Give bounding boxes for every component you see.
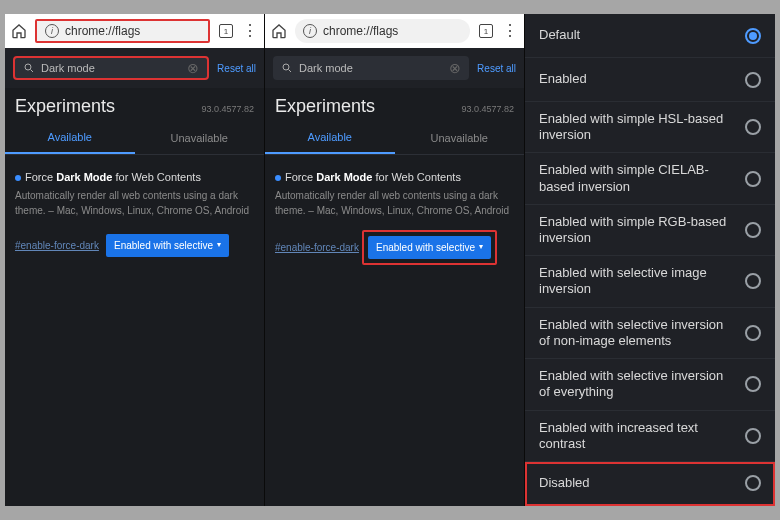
radio-icon[interactable] — [745, 222, 761, 238]
feature-select-wrap: Enabled with selective ▾ — [362, 230, 497, 265]
option-label: Enabled with simple RGB-based inversion — [539, 214, 745, 247]
panel-2: i chrome://flags 1 ⋮ Dark mode ⊗ Reset a… — [265, 14, 525, 506]
feature-select[interactable]: Enabled with selective ▾ — [106, 234, 229, 257]
panel-1: i chrome://flags 1 ⋮ Dark mode ⊗ Reset a… — [5, 14, 265, 506]
address-bar: i chrome://flags 1 ⋮ — [5, 14, 264, 48]
status-dot-icon — [275, 175, 281, 181]
option-row[interactable]: Enabled with selective inversion of ever… — [525, 359, 775, 410]
radio-icon[interactable] — [745, 28, 761, 44]
radio-icon[interactable] — [745, 376, 761, 392]
clear-search-icon[interactable]: ⊗ — [449, 60, 461, 76]
option-row[interactable]: Enabled with simple CIELAB-based inversi… — [525, 153, 775, 204]
search-icon — [23, 62, 35, 74]
feature-select-value: Enabled with selective — [114, 238, 213, 253]
search-row: Dark mode ⊗ Reset all — [5, 48, 264, 88]
option-row[interactable]: Enabled with simple RGB-based inversion — [525, 205, 775, 256]
feature-title: Force Dark Mode for Web Contents — [275, 169, 514, 186]
option-label: Enabled with simple HSL-based inversion — [539, 111, 745, 144]
reset-all-link[interactable]: Reset all — [217, 63, 256, 74]
tabs-icon[interactable]: 1 — [478, 23, 494, 39]
page-title: Experiments — [15, 96, 115, 117]
tab-available[interactable]: Available — [265, 121, 395, 154]
reset-all-link[interactable]: Reset all — [477, 63, 516, 74]
search-row: Dark mode ⊗ Reset all — [265, 48, 524, 88]
tutorial-composite: i chrome://flags 1 ⋮ Dark mode ⊗ Reset a… — [5, 14, 775, 506]
tabs-icon[interactable]: 1 — [218, 23, 234, 39]
option-row[interactable]: Default — [525, 14, 775, 58]
feature-select-value: Enabled with selective — [376, 240, 475, 255]
page-title: Experiments — [275, 96, 375, 117]
search-input[interactable]: Dark mode ⊗ — [13, 56, 209, 80]
option-row[interactable]: Disabled — [525, 462, 775, 506]
status-dot-icon — [15, 175, 21, 181]
option-label: Default — [539, 27, 590, 43]
chevron-down-icon: ▾ — [479, 241, 483, 253]
option-label: Enabled with selective inversion of ever… — [539, 368, 745, 401]
feature-description: Automatically render all web contents us… — [15, 188, 254, 218]
address-bar: i chrome://flags 1 ⋮ — [265, 14, 524, 48]
radio-icon[interactable] — [745, 273, 761, 289]
feature-block: Force Dark Mode for Web Contents Automat… — [5, 155, 264, 275]
tabs: Available Unavailable — [265, 121, 524, 155]
options-list: DefaultEnabledEnabled with simple HSL-ba… — [525, 14, 775, 506]
url-field[interactable]: i chrome://flags — [295, 19, 470, 43]
search-icon — [281, 62, 293, 74]
tab-unavailable[interactable]: Unavailable — [135, 121, 265, 154]
version-text: 93.0.4577.82 — [461, 104, 514, 114]
home-icon[interactable] — [11, 23, 27, 39]
url-text: chrome://flags — [323, 24, 398, 38]
feature-hash-link[interactable]: #enable-force-dark — [275, 240, 359, 255]
info-icon: i — [45, 24, 59, 38]
tab-available[interactable]: Available — [5, 121, 135, 154]
option-row[interactable]: Enabled with selective image inversion — [525, 256, 775, 307]
option-label: Enabled — [539, 71, 597, 87]
radio-icon[interactable] — [745, 475, 761, 491]
option-row[interactable]: Enabled — [525, 58, 775, 102]
chevron-down-icon: ▾ — [217, 239, 221, 251]
feature-select[interactable]: Enabled with selective ▾ — [368, 236, 491, 259]
option-label: Enabled with simple CIELAB-based inversi… — [539, 162, 745, 195]
radio-icon[interactable] — [745, 428, 761, 444]
radio-icon[interactable] — [745, 119, 761, 135]
option-row[interactable]: Enabled with increased text contrast — [525, 411, 775, 462]
radio-icon[interactable] — [745, 171, 761, 187]
home-icon[interactable] — [271, 23, 287, 39]
option-label: Enabled with increased text contrast — [539, 420, 745, 453]
overflow-menu-icon[interactable]: ⋮ — [502, 23, 518, 39]
url-field[interactable]: i chrome://flags — [35, 19, 210, 43]
option-row[interactable]: Enabled with selective inversion of non-… — [525, 308, 775, 359]
feature-title: Force Dark Mode for Web Contents — [15, 169, 254, 186]
radio-icon[interactable] — [745, 72, 761, 88]
tabs: Available Unavailable — [5, 121, 264, 155]
search-input[interactable]: Dark mode ⊗ — [273, 56, 469, 80]
info-icon: i — [303, 24, 317, 38]
svg-point-2 — [283, 64, 289, 70]
option-label: Enabled with selective inversion of non-… — [539, 317, 745, 350]
feature-select-wrap: Enabled with selective ▾ — [102, 230, 233, 261]
panel-3-options: DefaultEnabledEnabled with simple HSL-ba… — [525, 14, 775, 506]
overflow-menu-icon[interactable]: ⋮ — [242, 23, 258, 39]
option-label: Enabled with selective image inversion — [539, 265, 745, 298]
option-row[interactable]: Enabled with simple HSL-based inversion — [525, 102, 775, 153]
svg-line-1 — [31, 70, 34, 73]
search-value: Dark mode — [299, 62, 443, 74]
experiments-header: Experiments 93.0.4577.82 — [265, 88, 524, 121]
radio-icon[interactable] — [745, 325, 761, 341]
version-text: 93.0.4577.82 — [201, 104, 254, 114]
svg-point-0 — [25, 64, 31, 70]
feature-description: Automatically render all web contents us… — [275, 188, 514, 218]
tab-unavailable[interactable]: Unavailable — [395, 121, 525, 154]
option-label: Disabled — [539, 475, 600, 491]
svg-line-3 — [289, 70, 292, 73]
url-text: chrome://flags — [65, 24, 140, 38]
feature-block: Force Dark Mode for Web Contents Automat… — [265, 155, 524, 279]
feature-hash-link[interactable]: #enable-force-dark — [15, 238, 99, 253]
experiments-header: Experiments 93.0.4577.82 — [5, 88, 264, 121]
clear-search-icon[interactable]: ⊗ — [187, 60, 199, 76]
search-value: Dark mode — [41, 62, 181, 74]
